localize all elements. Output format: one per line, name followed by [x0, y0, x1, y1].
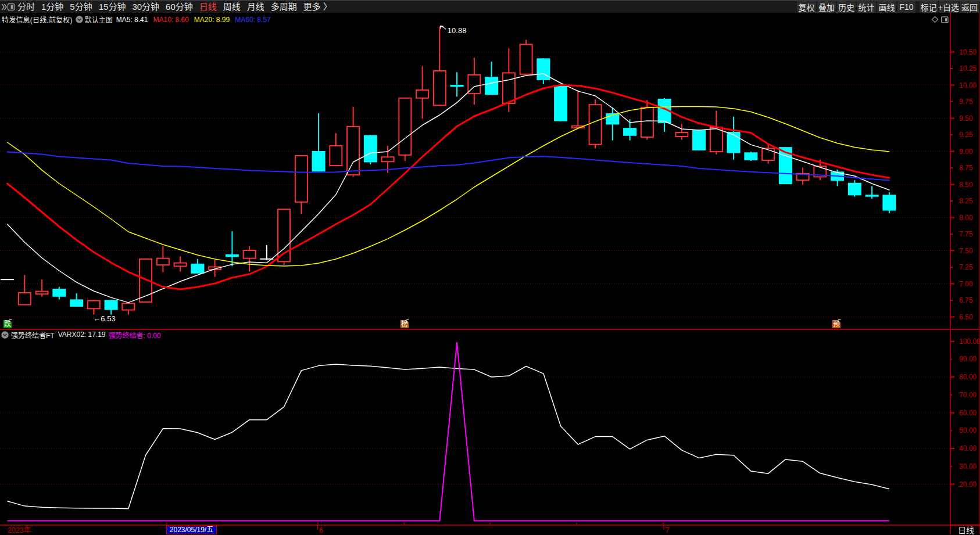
candle: [347, 107, 359, 177]
menu-item-9[interactable]: 月线: [247, 1, 264, 13]
collapse-panel-icon[interactable]: [0, 1, 16, 13]
menu-item-8[interactable]: 周线: [223, 1, 241, 13]
menu-item-4[interactable]: 15分钟: [99, 1, 126, 13]
menu-item-10[interactable]: 多周期: [271, 1, 297, 13]
chevron-down-icon[interactable]: [76, 16, 83, 23]
candle: [882, 192, 896, 213]
price-axis-label: 8.50: [959, 181, 973, 189]
toolbar-button-7[interactable]: 标记: [920, 1, 938, 13]
candle: [710, 110, 723, 154]
toolbar-button-5[interactable]: 画线: [877, 1, 896, 13]
candle: [865, 186, 879, 199]
chevron-down-icon[interactable]: [1, 331, 9, 339]
candle: [36, 279, 48, 297]
menu-item-7[interactable]: 日线: [199, 1, 217, 13]
toolbar-button-3[interactable]: 历史: [837, 1, 856, 13]
candle: [330, 133, 342, 166]
toolbar-button-8[interactable]: +自选: [939, 1, 958, 13]
candle: [537, 58, 550, 84]
candle: [70, 293, 83, 307]
menubar: 分时1分钟5分钟15分钟30分钟60分钟日线周线月线多周期更多 〉 复权叠加历史…: [0, 0, 980, 13]
split-panel-icon-fill: [945, 18, 947, 21]
event-flag-预[interactable]: 预: [832, 320, 840, 328]
main-chart-header: 特发信息(日线.前复权) 默认主图 MA5: 8.41MA10: 8.60MA2…: [2, 15, 276, 24]
indicator-axis-label: 90.00: [959, 355, 977, 363]
menu-item-2[interactable]: 1分钟: [41, 1, 63, 13]
indicator-axis-label: 100.00: [959, 337, 980, 346]
candle: [52, 287, 66, 300]
price-axis-label: 10.25: [959, 64, 977, 73]
indicator-axis-label: 60.00: [959, 409, 977, 417]
menu-item-5[interactable]: 30分钟: [132, 1, 159, 13]
price-axis-label: 8.25: [959, 197, 973, 205]
candle: [658, 98, 671, 132]
price-axis-label: 9.25: [959, 131, 973, 139]
candle: [554, 85, 567, 121]
price-axis-label: 8.00: [959, 214, 973, 222]
toolbar-button-9[interactable]: 返回: [960, 1, 979, 13]
indicator-axis-label: 30.00: [959, 462, 977, 471]
event-flag-跌[interactable]: 跌: [3, 320, 12, 328]
candle: [174, 256, 187, 271]
period-label[interactable]: 日线: [958, 526, 974, 535]
menu-item-6[interactable]: 60分钟: [166, 1, 193, 13]
candle: [675, 124, 688, 139]
ma-readout-MA5: MA5: 8.41: [116, 16, 148, 24]
price-axis-label: 10.00: [959, 81, 977, 89]
menu-item-11[interactable]: 更多 〉: [303, 1, 332, 13]
menu-item-3[interactable]: 5分钟: [70, 1, 92, 13]
ma-readout-MA60: MA60: 8.57: [235, 16, 270, 24]
candle: [122, 303, 134, 314]
price-axis-label: 9.50: [959, 114, 973, 123]
candle: [744, 152, 757, 161]
candle: [244, 246, 256, 271]
menu-item-1[interactable]: 分时: [17, 1, 35, 13]
toolbar-button-6[interactable]: F10: [897, 1, 915, 13]
candle: [295, 156, 307, 214]
candle: [105, 300, 118, 315]
toolbar-button-1[interactable]: 复权: [797, 1, 816, 13]
candle: [399, 98, 411, 161]
candle: [727, 117, 741, 160]
ma-readout-MA20: MA20: 8.99: [194, 16, 230, 24]
split-panel-icon[interactable]: [942, 17, 949, 23]
candle: [468, 58, 480, 105]
price-axis-label: 8.75: [959, 164, 973, 172]
candle: [692, 130, 706, 150]
stock-title[interactable]: 特发信息(日线.前复权): [2, 15, 73, 24]
chart-canvas[interactable]: 6.506.757.007.257.507.758.008.258.508.75…: [0, 0, 980, 535]
toolbar-button-2[interactable]: 叠加: [817, 1, 836, 13]
candle: [485, 62, 498, 95]
indicator-name[interactable]: 强势终结者FT: [11, 330, 55, 340]
candle: [450, 72, 464, 96]
candle: [191, 259, 204, 274]
indicator-axis-label: 50.00: [959, 426, 977, 435]
indicator-series2-readout: 强势终结者: 0.00: [109, 330, 161, 340]
price-axis-label: 7.50: [959, 247, 973, 255]
candle: [797, 168, 809, 185]
indicator-axis-label: 40.00: [959, 444, 977, 453]
candle: [416, 66, 428, 119]
candle: [260, 245, 273, 260]
toolbar-menu: 复权叠加历史统计画线F10标记+自选返回: [796, 1, 979, 13]
candle: [434, 27, 446, 106]
price-axis-label: 6.75: [959, 296, 973, 304]
period-menu: 分时1分钟5分钟15分钟30分钟60分钟日线周线月线多周期更多 〉: [16, 1, 332, 13]
candle: [19, 275, 31, 304]
candle: [848, 180, 861, 197]
candle: [572, 90, 584, 128]
candle: [157, 246, 169, 272]
indicator-axis-label: 80.00: [959, 373, 977, 381]
low-annotation-label: ←6.53: [93, 314, 115, 323]
selected-date-label[interactable]: 2023/05/19/五: [166, 526, 217, 534]
indicator-line-terminator: [8, 342, 889, 520]
candle: [641, 100, 653, 139]
indicator-axis-label: 20.00: [959, 480, 977, 489]
main-overlay-label[interactable]: 默认主图: [85, 15, 113, 24]
diamond-icon[interactable]: [932, 17, 938, 23]
event-flag-榜[interactable]: 榜: [400, 320, 409, 328]
toolbar-button-4[interactable]: 统计: [857, 1, 876, 13]
candle: [762, 145, 774, 164]
candle: [88, 300, 100, 315]
price-axis-label: 9.00: [959, 148, 973, 156]
